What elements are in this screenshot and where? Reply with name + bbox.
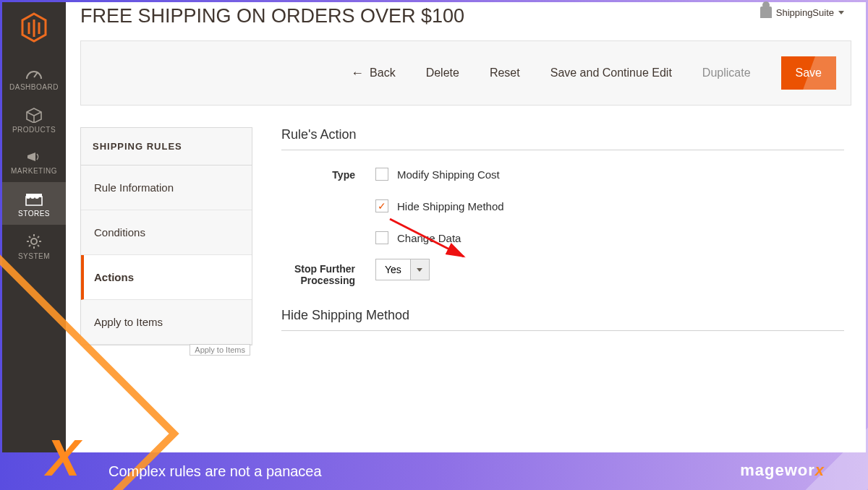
hover-tooltip: Apply to Items	[190, 344, 250, 356]
content-area: ShippingSuite FREE SHIPPING ON ORDERS OV…	[66, 2, 866, 452]
arrow-left-icon: ←	[351, 66, 364, 81]
back-label: Back	[370, 66, 396, 79]
nav-products[interactable]: PRODUCTS	[2, 98, 66, 141]
duplicate-button[interactable]: Duplicate	[702, 66, 751, 79]
side-tabs-title: SHIPPING RULES	[81, 128, 252, 166]
megaphone-icon	[25, 150, 43, 164]
side-tabs: SHIPPING RULES Rule Information Conditio…	[80, 127, 252, 345]
nav-label: PRODUCTS	[12, 126, 56, 134]
tab-rule-information[interactable]: Rule Information	[81, 166, 252, 210]
gauge-icon	[25, 66, 43, 80]
box-icon	[25, 107, 43, 123]
checkbox-change-data[interactable]	[375, 231, 388, 244]
svg-line-6	[29, 236, 30, 238]
type-label: Type	[281, 168, 375, 181]
magento-logo-icon[interactable]	[20, 12, 48, 44]
storefront-icon	[25, 191, 43, 207]
svg-line-8	[38, 236, 39, 238]
nav-label: MARKETING	[11, 167, 57, 175]
action-toolbar: ← Back Delete Reset Save and Continue Ed…	[80, 40, 851, 106]
nav-label: STORES	[18, 210, 50, 218]
nav-stores[interactable]: STORES	[2, 182, 66, 225]
save-button[interactable]: Save	[781, 56, 836, 90]
checkbox-label: Hide Shipping Method	[397, 200, 504, 212]
nav-label: DASHBOARD	[9, 83, 59, 91]
save-continue-button[interactable]: Save and Continue Edit	[550, 66, 672, 79]
stop-processing-select[interactable]: Yes	[375, 259, 844, 280]
tab-conditions[interactable]: Conditions	[81, 210, 252, 255]
select-value: Yes	[375, 259, 411, 280]
section-hide-shipping: Hide Shipping Method	[281, 308, 844, 331]
form-area: Rule's Action Type Modify Shipping Cost …	[281, 127, 851, 348]
checkbox-hide-method[interactable]: ✓	[375, 199, 388, 212]
person-icon	[760, 7, 772, 18]
chevron-down-icon	[411, 259, 430, 280]
tab-actions[interactable]: Actions	[81, 255, 252, 300]
back-button[interactable]: ← Back	[351, 66, 396, 81]
brand-mageworx: mageworx	[740, 461, 825, 480]
checkbox-label: Modify Shipping Cost	[397, 168, 500, 181]
brand-x-icon: X	[46, 429, 76, 487]
app-window: DASHBOARD PRODUCTS MARKETING STORES SYST…	[2, 2, 866, 452]
nav-system[interactable]: SYSTEM	[2, 225, 66, 267]
delete-button[interactable]: Delete	[426, 66, 459, 79]
caption-bar: Complex rules are not a panacea	[0, 452, 868, 490]
account-menu[interactable]: ShippingSuite	[760, 7, 844, 18]
nav-dashboard[interactable]: DASHBOARD	[2, 57, 66, 98]
svg-line-9	[29, 245, 30, 246]
section-rules-action: Rule's Action	[281, 127, 844, 150]
caption-text: Complex rules are not a panacea	[109, 463, 322, 480]
nav-marketing[interactable]: MARKETING	[2, 141, 66, 182]
reset-button[interactable]: Reset	[490, 66, 520, 79]
svg-line-7	[38, 245, 39, 246]
stop-processing-label: Stop Further Processing	[281, 259, 375, 286]
checkbox-label: Change Data	[397, 232, 461, 244]
svg-line-0	[34, 72, 38, 77]
page-title: FREE SHIPPING ON ORDERS OVER $100	[66, 2, 866, 35]
tab-apply-to-items[interactable]: Apply to Items Apply to Items	[81, 300, 252, 345]
account-name: ShippingSuite	[776, 7, 834, 18]
gear-icon	[26, 233, 42, 249]
checkbox-modify-cost[interactable]	[375, 168, 388, 181]
nav-label: SYSTEM	[18, 252, 50, 260]
chevron-down-icon	[838, 11, 844, 14]
left-nav: DASHBOARD PRODUCTS MARKETING STORES SYST…	[2, 2, 66, 452]
svg-point-1	[31, 238, 37, 244]
